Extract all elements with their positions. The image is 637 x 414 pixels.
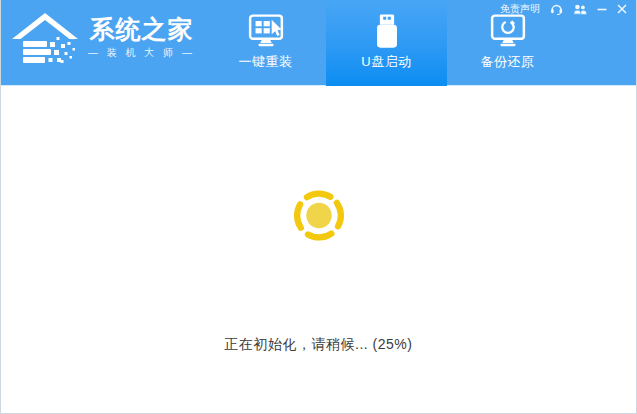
- pixel-house-logo-icon: [10, 12, 80, 64]
- status-text: 正在初始化，请稍候... (25%): [1, 336, 636, 354]
- brand: 系统之家 — 装 机 大 师 —: [10, 12, 195, 64]
- app-header: 系统之家 — 装 机 大 师 —: [1, 0, 636, 86]
- qq-group-people-icon[interactable]: [573, 4, 587, 15]
- app-window: 系统之家 — 装 机 大 师 —: [0, 0, 637, 414]
- app-title: 系统之家: [89, 16, 193, 44]
- app-subtitle: — 装 机 大 师 —: [88, 46, 195, 60]
- titlebar-controls: 免责声明: [500, 3, 627, 15]
- loading-spinner-icon: [290, 187, 347, 244]
- monitor-restore-icon: [489, 13, 527, 50]
- brand-text: 系统之家 — 装 机 大 师 —: [88, 16, 195, 61]
- tab-label: 一键重装: [239, 53, 293, 71]
- minimize-button[interactable]: [597, 4, 607, 14]
- usb-drive-icon: [368, 13, 406, 50]
- tab-label: U盘启动: [361, 53, 411, 71]
- disclaimer-link[interactable]: 免责声明: [500, 2, 540, 16]
- support-headset-icon[interactable]: [550, 3, 563, 15]
- tab-usb-boot[interactable]: U盘启动: [326, 0, 447, 86]
- tab-one-key-reinstall[interactable]: 一键重装: [205, 0, 326, 86]
- tab-label: 备份还原: [481, 53, 535, 71]
- monitor-windows-cursor-icon: [247, 13, 285, 50]
- content-area: 正在初始化，请稍候... (25%): [1, 86, 636, 413]
- close-button[interactable]: [617, 4, 627, 14]
